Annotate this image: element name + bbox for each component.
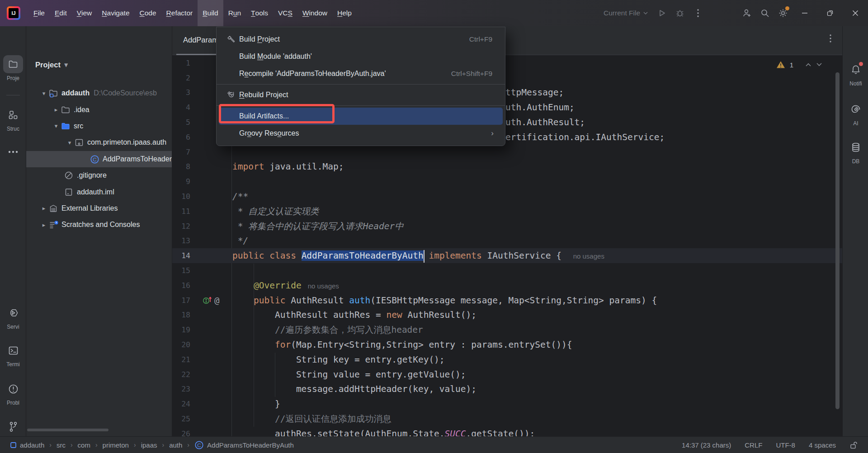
tool-window-button-terminal[interactable]: Termi — [0, 341, 26, 368]
settings-button[interactable] — [774, 0, 792, 26]
breadcrumb-item-src[interactable]: src — [57, 441, 66, 449]
line-number: 11 — [172, 207, 194, 216]
breadcrumb-item-primeton[interactable]: primeton — [103, 441, 129, 449]
menu-item-build-project[interactable]: Build ProjectCtrl+F9 — [219, 31, 503, 48]
line-number: 17 — [172, 296, 194, 305]
text-caret — [424, 250, 425, 263]
tool-window-label: Servi — [7, 324, 19, 330]
tree-item-path: D:\CodeSource\esb — [94, 89, 157, 97]
minimize-button[interactable] — [792, 0, 817, 26]
menu-bar-item-view[interactable]: View — [72, 0, 97, 26]
tree-item-gitignore[interactable]: .gitignore — [26, 167, 172, 184]
menu-item-label: Build Artifacts... — [239, 112, 289, 120]
tree-item-addparamstoheaderbyauth[interactable]: CAddParamsToHeaderByAuth — [26, 151, 172, 167]
tool-window-button-more[interactable] — [0, 143, 26, 161]
editor-vertical-scrollbar[interactable] — [835, 72, 840, 409]
breadcrumb-item-auth[interactable]: auth — [169, 441, 182, 449]
implementing-method-icon[interactable] — [203, 295, 212, 306]
project-horizontal-scrollbar[interactable] — [27, 429, 108, 431]
next-problem-icon[interactable] — [816, 62, 822, 67]
tree-item-external-libraries[interactable]: ▸External Libraries — [26, 200, 172, 217]
run-configuration-select[interactable]: Current File — [604, 9, 648, 17]
menu-item-build-module-addauth[interactable]: Build Module 'addauth' — [219, 48, 503, 65]
menu-bar-item-window[interactable]: Window — [297, 0, 332, 26]
bell-icon — [850, 64, 861, 75]
tool-window-button-notifications[interactable]: Notifi — [843, 61, 868, 87]
chevron-right-icon[interactable]: ▸ — [52, 106, 60, 113]
menu-item-rebuild-project[interactable]: Rebuild Project — [219, 86, 503, 104]
class-icon: C — [90, 155, 99, 164]
more-actions-button[interactable] — [689, 0, 707, 26]
breadcrumb-item-addparamstoheaderbyauth[interactable]: CAddParamsToHeaderByAuth — [194, 440, 294, 450]
tool-window-button-ai-assistant[interactable]: AI — [843, 100, 868, 127]
menu-bar-item-edit[interactable]: Edit — [50, 0, 72, 26]
chevron-right-icon[interactable]: ▸ — [40, 222, 48, 228]
module-folder-icon — [49, 89, 58, 98]
readonly-toggle[interactable] — [849, 441, 858, 449]
breadcrumb-separator: › — [49, 441, 52, 448]
tool-window-button-services[interactable]: Servi — [0, 304, 26, 330]
warning-count: 1 — [790, 61, 793, 69]
build-menu-popup: Build ProjectCtrl+F9Build Module 'addaut… — [216, 27, 505, 146]
project-tool-window: Project ▾ ▾addauthD:\CodeSource\esb▸.ide… — [26, 26, 172, 436]
menu-bar-item-build[interactable]: Build — [198, 0, 223, 26]
breadcrumb-label: ipaas — [141, 441, 157, 449]
code-text: @Overrideno usages — [231, 280, 339, 291]
breadcrumb-item-addauth[interactable]: addauth — [10, 441, 44, 449]
project-tree: ▾addauthD:\CodeSource\esb▸.idea▾src▾com.… — [26, 85, 172, 233]
chevron-right-icon[interactable]: ▸ — [40, 205, 48, 212]
prev-problem-icon[interactable] — [805, 62, 811, 67]
breadcrumb-label: com — [78, 441, 90, 449]
chevron-down-icon[interactable]: ▾ — [52, 123, 60, 129]
menu-bar-item-file[interactable]: File — [28, 0, 50, 26]
line-number: 8 — [172, 162, 194, 171]
tree-item-addauth-iml[interactable]: addauth.iml — [26, 184, 172, 200]
restore-button[interactable] — [817, 0, 843, 26]
tool-window-button-problems[interactable]: Probl — [0, 380, 26, 406]
menu-item-groovy-resources[interactable]: Groovy Resources› — [219, 125, 503, 142]
tool-window-button-structure[interactable]: Struc — [0, 106, 26, 132]
breadcrumb-item-ipaas[interactable]: ipaas — [141, 441, 157, 449]
menu-item-recompile-addparamstoheaderbyauth-java[interactable]: Recompile 'AddParamsToHeaderByAuth.java'… — [219, 65, 503, 82]
menu-bar-item-navigate[interactable]: Navigate — [97, 0, 134, 26]
breadcrumb-item-com[interactable]: com — [78, 441, 90, 449]
status-bar: addauth›src›com›primeton›ipaas›auth›CAdd… — [0, 436, 868, 453]
services-icon — [8, 307, 19, 318]
status-widget-4-spaces[interactable]: 4 spaces — [809, 441, 836, 449]
menu-bar-item-tools[interactable]: Tools — [246, 0, 273, 26]
tree-item-scratches-and-consoles[interactable]: ▸Scratches and Consoles — [26, 217, 172, 233]
tool-window-button-database[interactable]: DB — [843, 138, 868, 165]
menu-bar-item-refactor[interactable]: Refactor — [161, 0, 198, 26]
run-button[interactable] — [653, 0, 671, 26]
project-panel-header[interactable]: Project ▾ — [35, 61, 68, 69]
chevron-down-icon[interactable]: ▾ — [66, 139, 74, 146]
tree-item-label: External Libraries — [61, 204, 118, 212]
tree-item-idea[interactable]: ▸.idea — [26, 101, 172, 118]
close-button[interactable] — [843, 0, 868, 26]
status-widget-crlf[interactable]: CRLF — [745, 441, 762, 449]
menu-bar-item-vcs[interactable]: VCS — [273, 0, 297, 26]
tab-options-button[interactable] — [830, 34, 831, 42]
menu-bar-item-run[interactable]: Run — [223, 0, 246, 26]
tree-item-addauth[interactable]: ▾addauthD:\CodeSource\esb — [26, 85, 172, 101]
search-everywhere-button[interactable] — [756, 0, 774, 26]
hammer-icon — [226, 35, 239, 44]
code-with-me-button[interactable] — [738, 0, 756, 26]
menu-item-build-artifacts[interactable]: Build Artifacts... — [219, 108, 503, 125]
warning-icon — [776, 61, 785, 69]
debug-button[interactable] — [671, 0, 689, 26]
status-widget-14-37-23-chars[interactable]: 14:37 (23 chars) — [682, 441, 731, 449]
tree-item-com-primeton-ipaas-auth[interactable]: ▾com.primeton.ipaas.auth — [26, 134, 172, 151]
breadcrumb-label: addauth — [20, 441, 44, 449]
gutter-icons[interactable]: @ — [194, 295, 231, 306]
menu-bar-item-help[interactable]: Help — [332, 0, 357, 26]
tree-item-src[interactable]: ▾src — [26, 118, 172, 134]
add-user-icon — [742, 8, 752, 18]
status-widget-utf-8[interactable]: UTF-8 — [776, 441, 795, 449]
tool-window-button-project[interactable]: Proje — [0, 55, 26, 81]
inspections-widget[interactable]: 1 — [776, 61, 822, 69]
chevron-down-icon[interactable]: ▾ — [40, 90, 48, 97]
menu-bar-item-code[interactable]: Code — [135, 0, 161, 26]
ai-icon — [850, 104, 861, 115]
line-number: 26 — [172, 429, 194, 436]
